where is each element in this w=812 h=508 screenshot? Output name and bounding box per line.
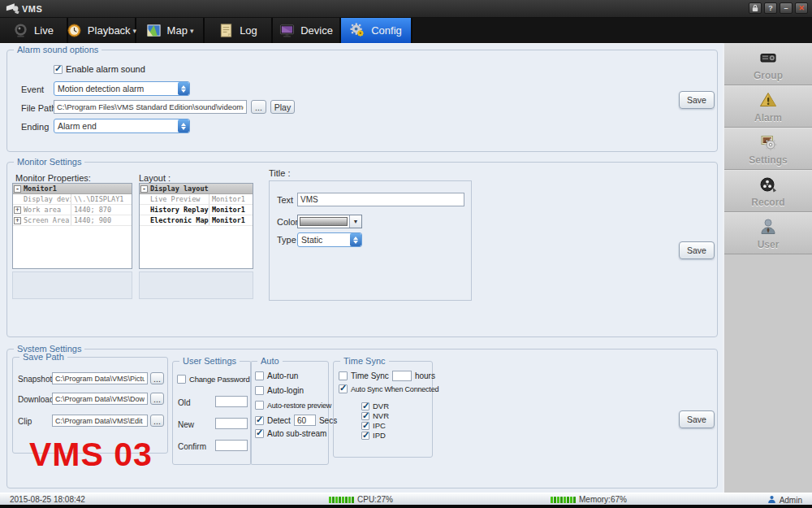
config-content: Alarm sound options Enable alarm sound E… (0, 43, 723, 493)
sidebar-item-label: User (758, 239, 780, 250)
spinner-icon[interactable] (178, 82, 189, 95)
playback-clock-icon (67, 23, 82, 38)
window-titlebar: VMS ? – ✕ (0, 0, 812, 18)
detect-row: Detect Secs (255, 415, 337, 426)
time-sync-checkbox[interactable] (339, 371, 348, 380)
time-sync-hours-input[interactable] (392, 371, 412, 381)
lock-icon[interactable] (749, 2, 762, 14)
help-button[interactable]: ? (764, 2, 777, 14)
detect-seconds-input[interactable] (294, 415, 316, 426)
memory-label: Memory:67% (579, 495, 627, 504)
monitor-properties-table[interactable]: - Monitor1 Display device \\.\DISPLAY1 +… (12, 183, 132, 269)
nav-tab-config[interactable]: Config (341, 18, 412, 43)
nav-tab-live[interactable]: Live (0, 18, 68, 43)
alarm-warning-icon (758, 90, 779, 111)
snapshot-path-input[interactable] (52, 372, 148, 384)
nav-label: Map (167, 24, 188, 37)
new-password-input[interactable] (215, 418, 248, 429)
enable-alarm-sound-label: Enable alarm sound (66, 64, 145, 74)
file-path-input[interactable] (54, 100, 247, 114)
confirm-password-label: Confirm (178, 442, 206, 451)
ending-dropdown[interactable]: Alarm end (54, 119, 190, 133)
nav-tab-device[interactable]: Device (273, 18, 341, 43)
sidebar-item-record[interactable]: Record (724, 170, 812, 212)
nvr-checkbox[interactable] (361, 412, 369, 420)
ipc-label: IPC (373, 421, 386, 430)
dvr-label: DVR (373, 402, 389, 410)
dropdown-arrow-icon[interactable]: ▼ (349, 215, 361, 228)
monitor-save-button[interactable]: Save (679, 241, 715, 259)
sidebar-item-group[interactable]: Group (724, 43, 812, 85)
spinner-icon[interactable] (350, 233, 361, 246)
clip-label: Clip (18, 417, 32, 426)
alarm-sound-options-group: Alarm sound options Enable alarm sound E… (6, 50, 718, 152)
download-browse-button[interactable]: ... (150, 393, 164, 405)
auto-restore-checkbox[interactable] (255, 401, 264, 410)
auto-substream-checkbox[interactable] (255, 429, 264, 438)
user-settings-group: User Settings Change Password Old New Co… (172, 361, 252, 465)
sidebar-item-label: Group (754, 70, 783, 81)
color-dropdown[interactable]: ▼ (297, 215, 362, 228)
notepad-icon (218, 23, 234, 38)
detect-label: Detect (267, 416, 291, 425)
title-text-input[interactable] (297, 193, 464, 206)
type-dropdown[interactable]: Static (297, 232, 362, 247)
auto-sync-label: Auto Sync When Connected (351, 385, 438, 393)
snapshot-browse-button[interactable]: ... (150, 372, 164, 384)
sidebar-item-label: Settings (749, 154, 787, 166)
detect-checkbox[interactable] (255, 416, 264, 425)
sidebar-item-label: Alarm (754, 112, 782, 124)
auto-login-checkbox[interactable] (255, 386, 264, 395)
auto-run-label: Auto-run (267, 371, 298, 380)
sidebar-item-user[interactable]: User (724, 212, 812, 254)
vms03-watermark: VMS 03 (29, 436, 153, 474)
nav-tab-playback[interactable]: Playback ▾ (68, 18, 136, 43)
change-password-checkbox[interactable] (177, 375, 186, 384)
sidebar-item-label: Record (751, 197, 784, 208)
download-path-input[interactable] (52, 393, 148, 405)
system-save-button[interactable]: Save (679, 410, 715, 428)
title-section-label: Title : (269, 168, 291, 178)
nav-tab-map[interactable]: Map ▾ (136, 18, 205, 43)
close-button[interactable]: ✕ (795, 2, 808, 14)
old-password-input[interactable] (215, 396, 248, 407)
monitor-properties-label: Monitor Properties: (15, 173, 91, 183)
layout-table[interactable]: - Display layout Live Preview Monitor1 H… (139, 183, 253, 269)
current-user: Admin (767, 495, 802, 506)
monitor-properties-panel (12, 271, 132, 299)
group-title: Save Path (19, 352, 67, 362)
play-button[interactable]: Play (270, 100, 295, 114)
status-bar: 2015-08-25 18:08:42 CPU:27% Memory:67% A… (0, 493, 812, 505)
sidebar-item-settings[interactable]: Settings (724, 128, 812, 170)
confirm-password-input[interactable] (215, 440, 248, 451)
auto-substream-row: Auto sub-stream (255, 429, 326, 438)
type-value: Static (301, 235, 322, 245)
auto-run-checkbox[interactable] (255, 371, 264, 380)
clip-path-input[interactable] (52, 415, 148, 427)
hours-label: hours (415, 371, 435, 380)
ipc-checkbox[interactable] (361, 422, 369, 430)
auto-group: Auto Auto-run Auto-login Auto-restore pr… (250, 361, 329, 465)
nav-tab-log[interactable]: Log (205, 18, 273, 43)
sidebar-item-alarm[interactable]: Alarm (724, 85, 812, 128)
enable-alarm-sound-checkbox[interactable] (54, 65, 63, 74)
user-label: Admin (780, 496, 802, 505)
layout-label: Layout : (139, 173, 171, 183)
clip-browse-button[interactable]: ... (150, 415, 164, 427)
admin-user-icon (767, 495, 776, 506)
event-dropdown[interactable]: Motion detection alarm (54, 81, 190, 96)
ipd-checkbox[interactable] (361, 432, 369, 440)
minimize-button[interactable]: – (780, 2, 793, 14)
spinner-icon[interactable] (178, 119, 189, 132)
auto-sync-checkbox[interactable] (339, 384, 348, 393)
cpu-meter (329, 497, 354, 503)
dvr-checkbox[interactable] (361, 402, 369, 410)
nav-label: Config (371, 24, 402, 37)
layout-panel (139, 271, 253, 299)
alarm-save-button[interactable]: Save (679, 91, 715, 109)
cpu-status: CPU:27% (329, 495, 393, 504)
browse-file-button[interactable]: ... (251, 100, 266, 114)
event-label: Event (21, 85, 44, 94)
table-row: + Screen Area 1440; 900 (13, 215, 132, 226)
snapshot-label: Snapshot (18, 375, 52, 384)
